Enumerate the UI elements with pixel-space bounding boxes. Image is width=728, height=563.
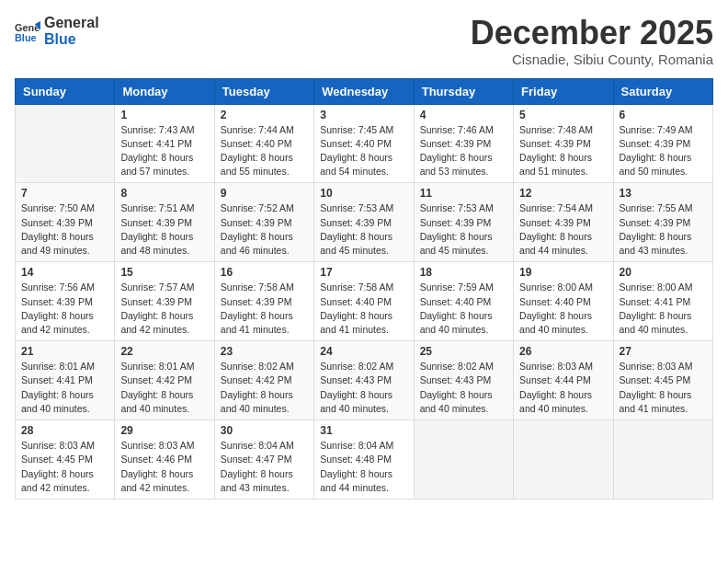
sunrise-time: Sunrise: 8:03 AM — [120, 440, 194, 451]
day-number: 1 — [120, 109, 208, 121]
calendar-cell: 30 Sunrise: 8:04 AM Sunset: 4:47 PM Dayl… — [214, 420, 313, 500]
sunset-time: Sunset: 4:45 PM — [21, 454, 93, 465]
calendar-cell: 24 Sunrise: 8:02 AM Sunset: 4:43 PM Dayl… — [314, 341, 414, 420]
day-info: Sunrise: 7:58 AM Sunset: 4:40 PM Dayligh… — [320, 281, 407, 337]
logo: General Blue General Blue — [15, 15, 99, 47]
daylight-hours: Daylight: 8 hours and 48 minutes. — [120, 231, 193, 256]
daylight-hours: Daylight: 8 hours and 44 minutes. — [519, 231, 592, 256]
day-number: 6 — [620, 109, 707, 121]
calendar-cell: 4 Sunrise: 7:46 AM Sunset: 4:39 PM Dayli… — [414, 104, 513, 183]
svg-text:Blue: Blue — [15, 31, 37, 42]
day-number: 11 — [420, 187, 507, 200]
calendar-week-row: 1 Sunrise: 7:43 AM Sunset: 4:41 PM Dayli… — [16, 104, 713, 183]
sunrise-time: Sunrise: 7:46 AM — [420, 124, 494, 135]
day-number: 10 — [320, 187, 407, 200]
sunrise-time: Sunrise: 8:04 AM — [221, 440, 294, 451]
day-info: Sunrise: 7:56 AM Sunset: 4:39 PM Dayligh… — [21, 281, 108, 337]
sunrise-time: Sunrise: 7:51 AM — [120, 202, 194, 213]
calendar-week-row: 7 Sunrise: 7:50 AM Sunset: 4:39 PM Dayli… — [16, 183, 713, 262]
sunset-time: Sunset: 4:45 PM — [620, 374, 691, 385]
weekday-header-thursday: Thursday — [414, 78, 513, 104]
day-number: 13 — [620, 187, 707, 200]
sunrise-time: Sunrise: 8:02 AM — [320, 361, 393, 372]
calendar-cell: 23 Sunrise: 8:02 AM Sunset: 4:42 PM Dayl… — [214, 341, 313, 420]
day-info: Sunrise: 8:01 AM Sunset: 4:41 PM Dayligh… — [21, 360, 108, 416]
calendar-cell: 5 Sunrise: 7:48 AM Sunset: 4:39 PM Dayli… — [514, 104, 613, 183]
daylight-hours: Daylight: 8 hours and 51 minutes. — [519, 152, 592, 177]
day-info: Sunrise: 7:45 AM Sunset: 4:40 PM Dayligh… — [320, 123, 407, 179]
sunrise-time: Sunrise: 7:45 AM — [320, 124, 393, 135]
sunrise-time: Sunrise: 8:04 AM — [320, 440, 393, 451]
sunrise-time: Sunrise: 7:54 AM — [519, 202, 593, 213]
sunset-time: Sunset: 4:48 PM — [320, 454, 392, 465]
sunset-time: Sunset: 4:41 PM — [620, 296, 691, 307]
weekday-header-saturday: Saturday — [613, 78, 712, 104]
sunset-time: Sunset: 4:39 PM — [120, 296, 192, 307]
calendar-cell: 13 Sunrise: 7:55 AM Sunset: 4:39 PM Dayl… — [613, 183, 712, 262]
day-number: 24 — [320, 345, 407, 358]
calendar-cell: 22 Sunrise: 8:01 AM Sunset: 4:42 PM Dayl… — [115, 341, 214, 420]
logo-icon: General Blue — [15, 18, 40, 44]
sunset-time: Sunset: 4:39 PM — [221, 217, 292, 228]
day-number: 3 — [320, 109, 407, 121]
calendar-cell: 17 Sunrise: 7:58 AM Sunset: 4:40 PM Dayl… — [314, 262, 414, 341]
daylight-hours: Daylight: 8 hours and 42 minutes. — [120, 468, 193, 493]
weekday-header-tuesday: Tuesday — [214, 78, 313, 104]
sunrise-time: Sunrise: 7:53 AM — [420, 202, 494, 213]
daylight-hours: Daylight: 8 hours and 40 minutes. — [519, 310, 592, 335]
day-info: Sunrise: 7:57 AM Sunset: 4:39 PM Dayligh… — [120, 281, 208, 337]
calendar-cell — [414, 420, 513, 500]
sunset-time: Sunset: 4:44 PM — [519, 374, 591, 385]
sunrise-time: Sunrise: 7:50 AM — [21, 202, 95, 213]
day-number: 26 — [519, 345, 607, 358]
daylight-hours: Daylight: 8 hours and 43 minutes. — [221, 468, 293, 493]
daylight-hours: Daylight: 8 hours and 45 minutes. — [320, 231, 392, 256]
calendar-cell: 11 Sunrise: 7:53 AM Sunset: 4:39 PM Dayl… — [414, 183, 513, 262]
sunrise-time: Sunrise: 7:58 AM — [320, 282, 393, 293]
calendar-cell: 8 Sunrise: 7:51 AM Sunset: 4:39 PM Dayli… — [115, 183, 214, 262]
day-info: Sunrise: 8:02 AM Sunset: 4:42 PM Dayligh… — [221, 360, 308, 416]
sunrise-time: Sunrise: 8:00 AM — [519, 282, 593, 293]
day-info: Sunrise: 8:00 AM Sunset: 4:41 PM Dayligh… — [620, 281, 707, 337]
calendar-cell: 21 Sunrise: 8:01 AM Sunset: 4:41 PM Dayl… — [16, 341, 115, 420]
daylight-hours: Daylight: 8 hours and 42 minutes. — [21, 468, 94, 493]
day-number: 7 — [21, 187, 108, 200]
sunrise-time: Sunrise: 7:59 AM — [420, 282, 494, 293]
day-number: 2 — [221, 109, 308, 121]
daylight-hours: Daylight: 8 hours and 45 minutes. — [420, 231, 493, 256]
calendar-week-row: 14 Sunrise: 7:56 AM Sunset: 4:39 PM Dayl… — [16, 262, 713, 341]
calendar-cell: 15 Sunrise: 7:57 AM Sunset: 4:39 PM Dayl… — [115, 262, 214, 341]
day-info: Sunrise: 7:50 AM Sunset: 4:39 PM Dayligh… — [21, 201, 108, 258]
sunset-time: Sunset: 4:39 PM — [620, 217, 691, 228]
sunrise-time: Sunrise: 8:03 AM — [21, 440, 95, 451]
sunset-time: Sunset: 4:47 PM — [221, 454, 292, 465]
calendar-body: 1 Sunrise: 7:43 AM Sunset: 4:41 PM Dayli… — [16, 104, 713, 499]
sunrise-time: Sunrise: 7:43 AM — [120, 124, 194, 135]
daylight-hours: Daylight: 8 hours and 40 minutes. — [21, 389, 94, 414]
daylight-hours: Daylight: 8 hours and 40 minutes. — [420, 389, 493, 414]
day-info: Sunrise: 8:04 AM Sunset: 4:48 PM Dayligh… — [320, 439, 407, 495]
sunset-time: Sunset: 4:40 PM — [519, 296, 591, 307]
calendar-week-row: 21 Sunrise: 8:01 AM Sunset: 4:41 PM Dayl… — [16, 341, 713, 420]
day-number: 8 — [120, 187, 208, 200]
sunset-time: Sunset: 4:39 PM — [21, 217, 93, 228]
sunrise-time: Sunrise: 7:48 AM — [519, 124, 593, 135]
sunrise-time: Sunrise: 7:57 AM — [120, 282, 194, 293]
sunset-time: Sunset: 4:39 PM — [21, 296, 93, 307]
sunset-time: Sunset: 4:40 PM — [221, 138, 292, 149]
day-info: Sunrise: 8:03 AM Sunset: 4:44 PM Dayligh… — [519, 360, 607, 416]
daylight-hours: Daylight: 8 hours and 54 minutes. — [320, 152, 392, 177]
sunset-time: Sunset: 4:40 PM — [420, 296, 492, 307]
day-info: Sunrise: 7:58 AM Sunset: 4:39 PM Dayligh… — [221, 281, 308, 337]
calendar-cell: 18 Sunrise: 7:59 AM Sunset: 4:40 PM Dayl… — [414, 262, 513, 341]
day-info: Sunrise: 7:54 AM Sunset: 4:39 PM Dayligh… — [519, 201, 607, 258]
daylight-hours: Daylight: 8 hours and 40 minutes. — [221, 389, 293, 414]
day-number: 17 — [320, 266, 407, 279]
day-info: Sunrise: 7:59 AM Sunset: 4:40 PM Dayligh… — [420, 281, 507, 337]
day-number: 9 — [221, 187, 308, 200]
day-info: Sunrise: 7:53 AM Sunset: 4:39 PM Dayligh… — [420, 201, 507, 258]
daylight-hours: Daylight: 8 hours and 49 minutes. — [21, 231, 94, 256]
calendar-cell: 27 Sunrise: 8:03 AM Sunset: 4:45 PM Dayl… — [613, 341, 712, 420]
sunrise-time: Sunrise: 8:03 AM — [519, 361, 593, 372]
sunrise-time: Sunrise: 7:53 AM — [320, 202, 393, 213]
